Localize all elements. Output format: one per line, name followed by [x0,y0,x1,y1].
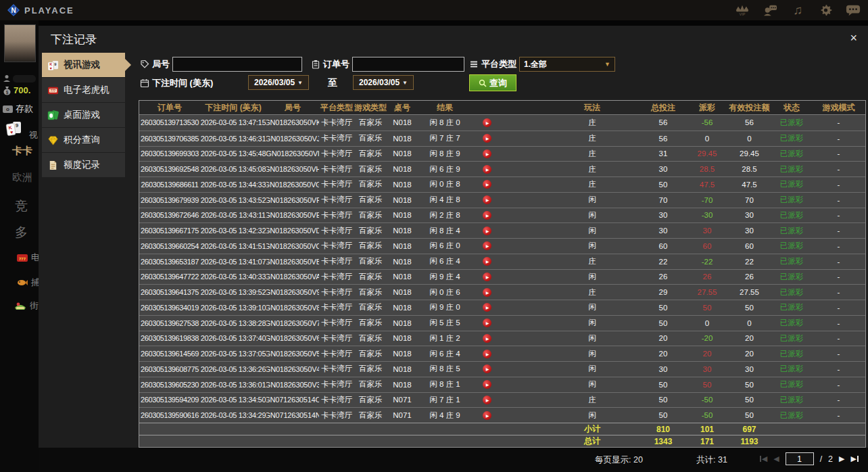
avatar[interactable] [4,24,36,62]
table-row: 2603051396925482026-03-05 13:45:08GN0182… [139,161,865,176]
replay-button[interactable]: ▶ [472,223,502,238]
order-no: 260305139641375 [139,285,200,300]
bet-time: 2026-03-05 13:36:01 [200,377,266,392]
result: 闲 9 庄 4 [418,270,472,285]
game-type: 百家乐 [354,408,387,423]
grand-total-total-bet: 1343 [640,435,687,447]
tab-credit-records[interactable]: 额度记录 [42,153,125,177]
bg-nav-multi[interactable]: 多 [15,224,28,241]
play-icon: ▶ [483,288,491,297]
bg-nav-fishing[interactable]: 捕 [16,277,39,289]
brand-logo[interactable]: N PLAYACE [7,3,74,17]
game-type: 百家乐 [354,193,387,208]
replay-button[interactable]: ▶ [472,270,502,285]
username-redacted [13,75,36,82]
bet-time: 2026-03-05 13:36:26 [200,362,266,377]
query-button[interactable]: 查询 [469,74,516,91]
spacer [502,208,545,223]
spacer [502,254,545,269]
date-from-picker[interactable]: 2026/03/05 ▼ [248,75,309,90]
first-page-button[interactable]: ◀ [760,454,767,463]
bet-time: 2026-03-05 13:34:50 [200,393,266,408]
total-bet: 30 [640,208,687,223]
replay-button[interactable]: ▶ [472,331,502,346]
bet-records-modal: 下注记录 × 9 K ♥ 视讯游戏 777 电子老虎机 [39,26,868,472]
total-bet: 30 [640,362,687,377]
order-no: 260305139672646 [139,208,200,223]
replay-button[interactable]: ▶ [472,316,502,331]
platform-type: 卡卡湾厅 [319,346,354,361]
valid-bet: 0 [727,316,771,331]
game-mode: - [812,408,865,423]
table-no: N018 [387,362,418,377]
vip-icon[interactable]: VIP [734,2,750,18]
video-games-thumb[interactable]: 9 K ♥ 视 [5,120,37,141]
table-no: N071 [387,408,418,423]
valid-bet: 56 [727,115,771,131]
replay-button[interactable]: ▶ [472,377,502,392]
video-thumb-label: 视 [28,130,37,140]
game-mode: - [812,223,865,238]
bet-side: 庄 [545,131,640,146]
replay-button[interactable]: ▶ [472,208,502,223]
game-mode: - [812,331,865,346]
bet-side: 庄 [545,254,640,269]
order-input[interactable] [352,57,464,72]
replay-button[interactable]: ▶ [472,285,502,300]
bet-side: 庄 [545,177,640,192]
tab-list: 9 K ♥ 视讯游戏 777 电子老虎机 [42,53,125,178]
chat-icon[interactable] [845,2,861,18]
platform-type: 卡卡湾厅 [319,331,354,346]
replay-button[interactable]: ▶ [472,147,502,162]
result: 闲 9 庄 0 [418,300,472,315]
order-no: 260305139608775 [139,362,200,377]
round-no: GN018263050V7 [266,316,319,331]
page-number-input[interactable] [786,452,814,465]
prev-page-button[interactable]: ◀ [773,454,779,463]
last-page-button[interactable]: ▶ [851,454,859,463]
replay-button[interactable]: ▶ [472,162,502,176]
replay-button[interactable]: ▶ [472,346,502,361]
tab-slot-machines[interactable]: 777 电子老虎机 [42,78,125,102]
platform-select[interactable]: 1.全部 ▼ [519,57,615,72]
music-icon[interactable]: ♫ [790,2,806,18]
date-to-picker[interactable]: 2026/03/05 ▼ [353,75,414,90]
close-icon[interactable]: × [850,31,857,45]
round-input[interactable] [172,57,302,72]
next-page-button[interactable]: ▶ [839,454,844,463]
result: 闲 7 庄 7 [418,131,472,146]
bg-nav-europe[interactable]: 欧洲 [12,171,32,184]
result: 闲 8 庄 4 [418,223,472,238]
grand-total-spacer [139,435,545,447]
slot-machine-icon: 777 [47,85,59,96]
replay-button[interactable]: ▶ [472,408,502,423]
round-no: GN018263050VJ [266,131,319,146]
table-no: N018 [387,285,418,300]
customer-service-icon[interactable] [762,2,778,18]
tab-video-games[interactable]: 9 K ♥ 视讯游戏 [42,53,125,77]
replay-button[interactable]: ▶ [472,300,502,315]
round-no: GN018263050V9 [266,285,319,300]
tab-table-games[interactable]: 桌面游戏 [42,103,125,127]
bg-nav-arcade[interactable]: 街机 [14,300,39,312]
replay-button[interactable]: ▶ [472,362,502,377]
bg-nav-kaka[interactable]: 卡卡 [12,145,32,158]
bg-nav-sports[interactable]: 竞 [15,197,28,215]
table-row: 2603051395906162026-03-05 13:34:29GN0712… [139,407,865,423]
replay-button[interactable]: ▶ [472,239,502,254]
replay-button[interactable]: ▶ [472,115,502,131]
bet-table: 订单号下注时间 (美东)局号平台类型游戏类型桌号结果玩法总投注派彩有效投注额状态… [139,100,866,448]
settings-icon[interactable] [817,2,834,18]
table-no: N018 [387,208,418,223]
deposit-button[interactable]: o 存款 [3,103,33,115]
tab-points-inquiry[interactable]: 积分查询 [42,128,125,152]
replay-button[interactable]: ▶ [472,131,502,146]
replay-button[interactable]: ▶ [472,193,502,208]
order-no: 260305139660254 [139,239,200,254]
replay-button[interactable]: ▶ [472,393,502,408]
replay-button[interactable]: ▶ [472,254,502,269]
bg-nav-slots[interactable]: 777 电子 [16,252,39,264]
replay-button[interactable]: ▶ [472,177,502,192]
round-no: GN018263050VA [266,270,319,285]
arcade-icon [14,301,27,311]
